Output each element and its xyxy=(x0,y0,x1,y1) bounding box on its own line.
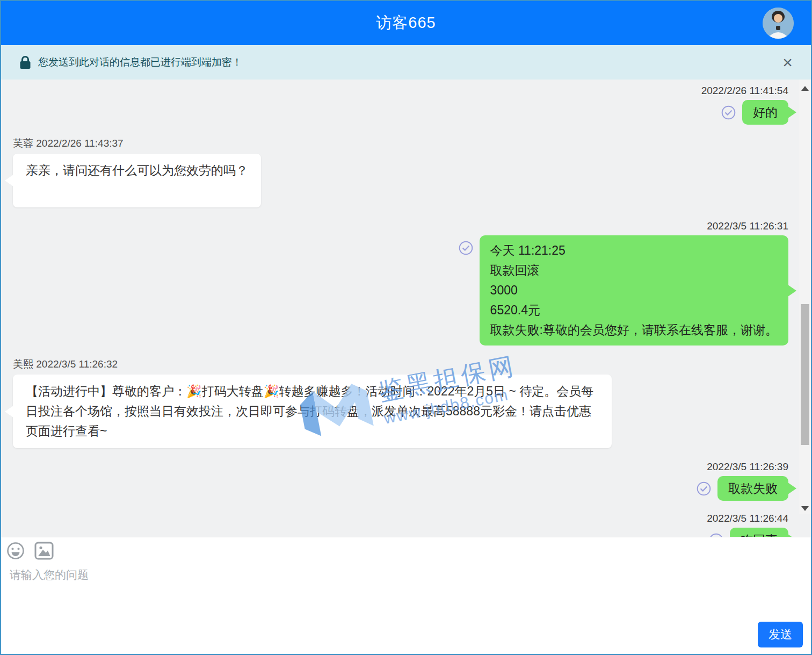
page-title: 访客665 xyxy=(376,12,436,34)
scrollbar[interactable] xyxy=(799,80,811,514)
message-line: 取款失败:尊敬的会员您好，请联系在线客服，谢谢。 xyxy=(490,320,778,340)
message-timestamp: 2022/3/5 11:26:44 xyxy=(13,513,788,524)
agent-avatar[interactable] xyxy=(763,8,794,39)
read-check-icon xyxy=(721,105,736,120)
message-bubble: 亲亲，请问还有什么可以为您效劳的吗？ xyxy=(13,154,261,207)
lock-icon xyxy=(19,55,31,69)
composer-toolbar xyxy=(6,542,806,560)
message-timestamp: 2022/3/5 11:26:39 xyxy=(13,461,788,473)
message-bubble: 好的 xyxy=(742,100,788,125)
encryption-text: 您发送到此对话的信息都已进行端到端加密！ xyxy=(38,55,242,69)
message-line: 3000 xyxy=(490,280,778,300)
message-outgoing: 咋回事 xyxy=(13,528,788,537)
read-check-icon xyxy=(459,241,473,255)
message-line: 取款回滚 xyxy=(490,261,778,280)
chat-window: 访客665 您发送到此对话的信息都已进行端到端加密！ × 2022/2/26 1… xyxy=(0,0,812,655)
message-bubble: 【活动进行中】尊敬的客户：🎉打码大转盘🎉转越多赚越多！活动时间：2022年2月5… xyxy=(13,375,612,448)
message-input[interactable] xyxy=(6,567,800,617)
scroll-down-arrow-icon[interactable] xyxy=(801,506,809,511)
emoji-icon[interactable] xyxy=(6,542,25,560)
scroll-thumb[interactable] xyxy=(801,304,809,445)
header: 访客665 xyxy=(1,1,811,45)
message-outgoing: 今天 11:21:25 取款回滚 3000 6520.4元 取款失败:尊敬的会员… xyxy=(13,235,788,346)
message-timestamp: 2022/2/26 11:41:54 xyxy=(13,85,788,97)
encryption-banner: 您发送到此对话的信息都已进行端到端加密！ × xyxy=(1,45,811,80)
scroll-up-arrow-icon[interactable] xyxy=(801,86,809,91)
message-outgoing: 取款失败 xyxy=(13,476,788,501)
message-line: 今天 11:21:25 xyxy=(490,241,778,261)
message-bubble: 咋回事 xyxy=(730,528,788,537)
composer: 发送 xyxy=(1,537,811,654)
read-check-icon xyxy=(697,481,711,496)
close-icon[interactable]: × xyxy=(782,54,793,71)
sender-and-time: 芙蓉 2022/2/26 11:43:37 xyxy=(13,136,788,150)
chat-area: 2022/2/26 11:41:54 好的 芙蓉 2022/2/26 11:43… xyxy=(1,80,811,537)
message-line: 6520.4元 xyxy=(490,300,778,320)
send-button[interactable]: 发送 xyxy=(758,622,803,647)
message-bubble: 取款失败 xyxy=(717,476,788,501)
read-check-icon xyxy=(709,533,723,537)
message-outgoing: 好的 xyxy=(13,100,788,125)
avatar-image xyxy=(763,8,794,39)
image-upload-icon[interactable] xyxy=(34,542,54,560)
message-timestamp: 2022/3/5 11:26:31 xyxy=(13,220,788,232)
sender-and-time: 美熙 2022/3/5 11:26:32 xyxy=(13,357,788,371)
message-bubble: 今天 11:21:25 取款回滚 3000 6520.4元 取款失败:尊敬的会员… xyxy=(480,235,788,346)
